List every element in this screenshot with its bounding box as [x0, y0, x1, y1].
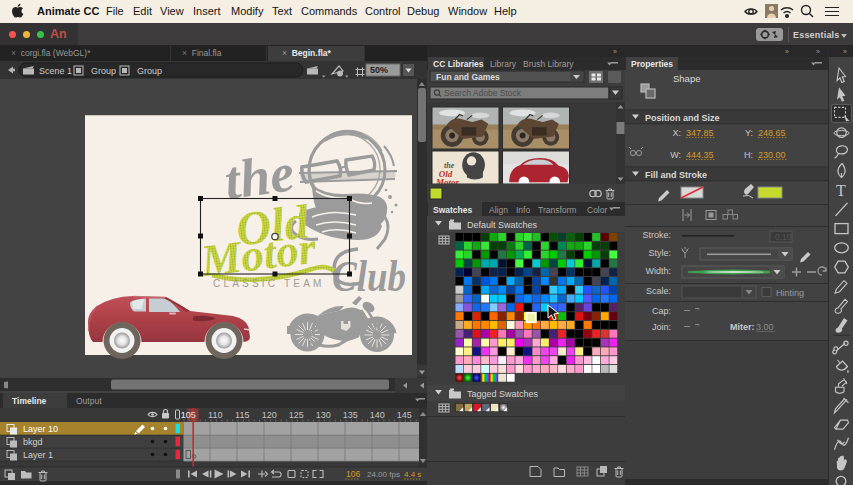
svg-text:X:: X: [672, 128, 681, 138]
svg-text:105: 105 [181, 410, 196, 420]
svg-text:Group: Group [137, 66, 162, 76]
svg-text:24.00 fps: 24.00 fps [367, 470, 400, 479]
svg-text:Group: Group [91, 66, 116, 76]
svg-text:»: » [785, 48, 789, 55]
svg-text:T: T [836, 182, 846, 199]
svg-text:0.10: 0.10 [775, 232, 792, 242]
svg-text:3.00: 3.00 [756, 322, 774, 332]
svg-text:Stroke:: Stroke: [642, 230, 671, 240]
svg-text:230.00: 230.00 [758, 150, 786, 160]
svg-text:Miter:: Miter: [730, 322, 755, 332]
svg-text:Output: Output [76, 396, 102, 406]
svg-text:120: 120 [262, 410, 277, 420]
svg-text:Club: Club [332, 252, 406, 301]
svg-text:Layer 10: Layer 10 [23, 424, 58, 434]
svg-text:Width:: Width: [645, 266, 671, 276]
svg-text:H:: H: [744, 150, 753, 160]
svg-text:Color: Color [587, 205, 607, 215]
svg-text:125: 125 [289, 410, 304, 420]
svg-text:347.85: 347.85 [686, 128, 714, 138]
svg-text:106: 106 [346, 469, 360, 479]
svg-text:Brush Library: Brush Library [523, 59, 574, 69]
svg-text:Library: Library [490, 59, 517, 69]
svg-text:4.4 s: 4.4 s [404, 470, 421, 479]
svg-text:Properties: Properties [631, 59, 673, 69]
svg-text:Scene 1: Scene 1 [39, 66, 72, 76]
svg-text:Transform: Transform [538, 205, 576, 215]
svg-text:Position and Size: Position and Size [645, 113, 720, 123]
svg-text:Align: Align [489, 205, 508, 215]
svg-text:Fun and Games: Fun and Games [436, 72, 500, 82]
svg-text:»: » [843, 48, 847, 55]
svg-text:140: 140 [370, 410, 385, 420]
svg-text:145: 145 [397, 410, 412, 420]
svg-text:Join:: Join: [652, 322, 671, 332]
svg-text:Y:: Y: [745, 128, 753, 138]
svg-text:»: » [613, 48, 617, 55]
svg-text:Fill and Stroke: Fill and Stroke [645, 170, 707, 180]
svg-text:115: 115 [235, 410, 249, 420]
svg-text:»: » [816, 48, 820, 55]
svg-text:bkgd: bkgd [23, 437, 43, 447]
svg-text:W:: W: [670, 150, 681, 160]
svg-text:Style:: Style: [648, 248, 671, 258]
svg-text:Timeline: Timeline [12, 396, 47, 406]
svg-text:130: 130 [316, 410, 331, 420]
svg-text:50%: 50% [370, 65, 388, 75]
svg-text:444.35: 444.35 [686, 150, 714, 160]
svg-text:Swatches: Swatches [433, 205, 472, 215]
svg-text:248.65: 248.65 [758, 128, 786, 138]
svg-text:CC Libraries: CC Libraries [433, 59, 484, 69]
svg-text:135: 135 [343, 410, 358, 420]
svg-text:Layer 1: Layer 1 [23, 450, 53, 460]
svg-text:Cap:: Cap: [652, 306, 671, 316]
svg-text:Scale:: Scale: [646, 286, 671, 296]
svg-text:Hinting: Hinting [776, 288, 804, 298]
svg-text:Search Adobe Stock: Search Adobe Stock [444, 88, 522, 98]
svg-text:CLASSIC TEAM: CLASSIC TEAM [213, 278, 325, 289]
svg-text:Default Swatches: Default Swatches [467, 220, 538, 230]
svg-text:110: 110 [208, 410, 222, 420]
svg-text:Shape: Shape [673, 73, 700, 84]
svg-text:Info: Info [516, 205, 530, 215]
svg-text:Tagged Swatches: Tagged Swatches [467, 389, 539, 399]
